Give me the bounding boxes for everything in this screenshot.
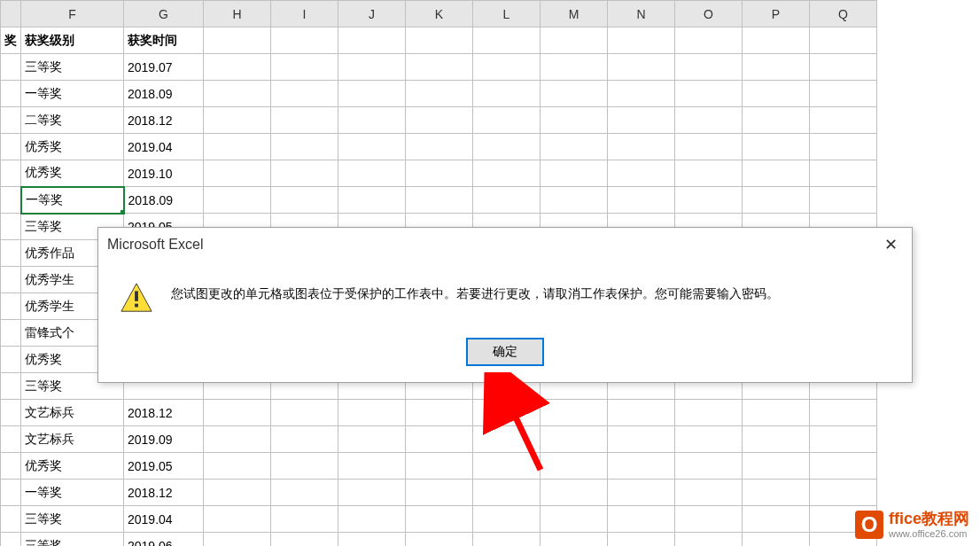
cell[interactable] [338,187,406,214]
cell[interactable] [810,400,877,426]
col-header-j[interactable]: J [338,1,406,27]
cell[interactable] [271,134,338,160]
cell[interactable] [473,54,541,81]
cell[interactable]: 优秀奖 [21,160,124,187]
col-header-o[interactable]: O [675,1,743,27]
cell[interactable]: 获奖级别 [21,27,124,54]
cell[interactable] [473,480,541,506]
cell[interactable] [204,400,271,426]
cell[interactable] [204,160,271,187]
cell[interactable] [675,533,743,547]
cell[interactable] [406,187,473,214]
cell[interactable]: 2018.09 [124,187,204,214]
cell[interactable] [675,426,743,453]
cell[interactable] [406,54,473,81]
cell[interactable]: 2018.12 [124,480,204,506]
cell[interactable]: 2019.07 [124,54,204,81]
cell[interactable] [1,214,21,240]
cell[interactable] [675,506,743,533]
cell[interactable] [406,506,473,533]
cell[interactable] [608,187,675,214]
cell[interactable] [338,506,406,533]
cell[interactable] [406,107,473,134]
cell[interactable] [810,187,877,214]
cell[interactable] [338,54,406,81]
cell[interactable] [271,107,338,134]
cell[interactable] [406,480,473,506]
cell[interactable] [204,107,271,134]
cell[interactable] [338,533,406,547]
cell[interactable] [271,81,338,107]
cell[interactable] [541,533,608,547]
cell[interactable]: 2019.06 [124,533,204,547]
cell[interactable] [743,480,810,506]
cell[interactable] [541,426,608,453]
cell[interactable]: 三等奖 [21,533,124,547]
cell[interactable] [204,453,271,480]
cell[interactable] [271,187,338,214]
cell[interactable] [271,480,338,506]
cell[interactable] [204,426,271,453]
cell[interactable] [743,426,810,453]
cell[interactable] [608,160,675,187]
cell[interactable] [743,533,810,547]
cell[interactable] [743,400,810,426]
cell[interactable]: 优秀奖 [21,453,124,480]
cell[interactable] [1,293,21,320]
cell[interactable]: 文艺标兵 [21,400,124,426]
cell[interactable] [1,160,21,187]
cell[interactable]: 三等奖 [21,506,124,533]
cell[interactable] [675,81,743,107]
cell[interactable] [810,81,877,107]
cell[interactable] [338,107,406,134]
cell[interactable] [541,453,608,480]
cell[interactable] [338,453,406,480]
cell[interactable] [541,81,608,107]
cell[interactable] [406,400,473,426]
cell[interactable] [406,453,473,480]
cell[interactable] [810,453,877,480]
cell[interactable] [1,187,21,214]
cell[interactable] [406,160,473,187]
cell[interactable] [1,506,21,533]
cell[interactable] [675,187,743,214]
cell[interactable] [541,107,608,134]
cell[interactable] [473,107,541,134]
cell[interactable]: 文艺标兵 [21,426,124,453]
cell[interactable] [338,400,406,426]
cell[interactable] [1,480,21,506]
cell[interactable] [608,107,675,134]
cell[interactable]: 2018.09 [124,81,204,107]
cell[interactable] [541,134,608,160]
cell[interactable] [810,134,877,160]
col-header-m[interactable]: M [541,1,608,27]
cell[interactable] [204,134,271,160]
cell[interactable] [473,533,541,547]
cell[interactable] [743,107,810,134]
cell[interactable] [1,134,21,160]
cell[interactable] [406,426,473,453]
cell[interactable] [608,506,675,533]
col-header-q[interactable]: Q [810,1,877,27]
cell[interactable] [743,54,810,81]
cell[interactable]: 一等奖 [21,81,124,107]
cell[interactable]: 2018.12 [124,400,204,426]
cell[interactable] [271,400,338,426]
col-header-n[interactable]: N [608,1,675,27]
cell[interactable] [675,54,743,81]
cell[interactable] [338,160,406,187]
cell[interactable] [1,107,21,134]
cell[interactable] [204,54,271,81]
cell[interactable] [810,480,877,506]
cell[interactable] [338,134,406,160]
cell[interactable] [1,240,21,267]
cell[interactable] [675,160,743,187]
cell[interactable] [743,160,810,187]
cell[interactable]: 获奖时间 [124,27,204,54]
cell[interactable] [743,506,810,533]
cell[interactable] [1,54,21,81]
cell[interactable] [204,480,271,506]
cell[interactable] [1,347,21,373]
close-icon[interactable]: ✕ [879,235,903,254]
cell[interactable]: 二等奖 [21,107,124,134]
